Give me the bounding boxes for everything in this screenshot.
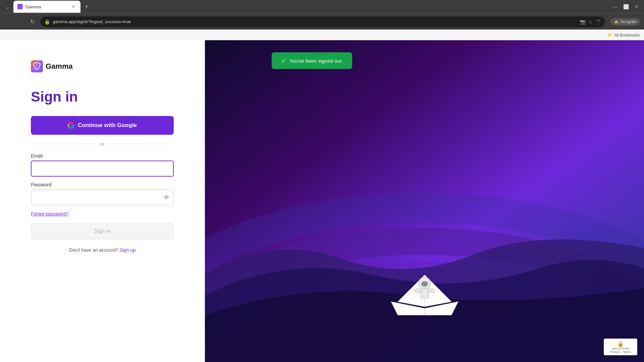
- tab-list-btn[interactable]: ⌄: [3, 2, 12, 11]
- password-label: Password: [31, 182, 174, 187]
- right-panel: [205, 40, 644, 362]
- signin-title: Sign in: [31, 88, 174, 105]
- password-input[interactable]: [31, 189, 174, 205]
- signup-link[interactable]: Sign up: [120, 247, 136, 253]
- email-field-group: Email: [31, 153, 174, 177]
- incognito-label: Incognito: [620, 19, 637, 24]
- svg-rect-16: [415, 289, 421, 292]
- maximize-btn[interactable]: ⬜: [621, 2, 631, 11]
- logo-text: Gamma: [46, 62, 73, 71]
- recaptcha-text: reCAPTCHAPrivacy - Terms: [610, 347, 631, 354]
- divider-text: or: [100, 141, 104, 146]
- lock-icon: 🔒: [44, 19, 50, 24]
- forgot-password-link[interactable]: Forgot password?: [31, 211, 68, 217]
- divider: or: [31, 141, 174, 146]
- svg-rect-17: [429, 289, 435, 292]
- boat-svg: [384, 255, 465, 322]
- url-text: gamma.app/signin?logout_success=true: [53, 19, 577, 24]
- divider-line-left: [31, 144, 96, 144]
- recaptcha-logo: 🔒: [617, 341, 624, 347]
- logo-container: Gamma: [31, 60, 174, 72]
- nav-controls: ← → ↻: [4, 16, 38, 27]
- browser-chrome: ⌄ Gamma ✕ + — ⬜ ✕ ← → ↻ 🔒 gamma.app/sign…: [0, 0, 644, 40]
- close-btn[interactable]: ✕: [632, 2, 641, 11]
- tablet-icon: 📱: [595, 19, 601, 24]
- tab-title: Gamma: [25, 4, 68, 9]
- svg-rect-15: [421, 288, 429, 298]
- toast-check-icon: ✓: [281, 57, 286, 64]
- email-input[interactable]: [31, 161, 174, 177]
- recaptcha-badge: 🔒 reCAPTCHAPrivacy - Terms: [604, 339, 637, 355]
- signin-submit-btn[interactable]: Sign in: [31, 223, 174, 239]
- signup-section: Don't have an account? Sign up: [31, 247, 174, 253]
- google-btn-label: Continue with Google: [78, 122, 137, 129]
- forward-btn[interactable]: →: [15, 16, 26, 27]
- camera-off-icon: 📷: [580, 19, 586, 24]
- url-bar[interactable]: 🔒 gamma.app/signin?logout_success=true 📷…: [40, 16, 605, 27]
- minimize-btn[interactable]: —: [610, 2, 620, 11]
- bookmarks-bar: 📁 All Bookmarks: [0, 29, 644, 40]
- address-bar: ← → ↻ 🔒 gamma.app/signin?logout_success=…: [0, 13, 644, 29]
- browser-right-controls: 🕵 Incognito: [610, 18, 640, 25]
- svg-point-14: [421, 281, 428, 287]
- paper-boat-illustration: [384, 255, 465, 322]
- refresh-btn[interactable]: ↻: [27, 16, 38, 27]
- email-label: Email: [31, 153, 174, 159]
- google-icon: [68, 122, 74, 129]
- wave-container: [205, 40, 644, 362]
- tab-close-btn[interactable]: ✕: [70, 4, 76, 10]
- page-content: ✓ You've been signed out. Gamma: [0, 40, 644, 362]
- all-bookmarks-label: All Bookmarks: [614, 33, 640, 38]
- toast-message: You've been signed out.: [289, 58, 343, 64]
- active-tab[interactable]: Gamma ✕: [13, 1, 80, 13]
- back-btn[interactable]: ←: [4, 16, 15, 27]
- star-icon[interactable]: ☆: [588, 19, 593, 24]
- google-signin-btn[interactable]: Continue with Google: [31, 116, 174, 135]
- password-toggle-btn[interactable]: 👁: [164, 194, 170, 201]
- no-account-text: Don't have an account?: [69, 247, 118, 253]
- eye-icon: 👁: [164, 194, 170, 201]
- incognito-icon: 🕵: [614, 19, 619, 24]
- gamma-logo-icon: [31, 60, 43, 72]
- password-wrapper: 👁: [31, 189, 174, 205]
- bookmarks-folder-icon: 📁: [607, 33, 613, 38]
- new-tab-btn[interactable]: +: [82, 2, 91, 11]
- password-field-group: Password 👁: [31, 182, 174, 205]
- tab-bar: ⌄ Gamma ✕ + — ⬜ ✕: [0, 0, 644, 13]
- divider-line-right: [108, 144, 174, 144]
- left-panel: Gamma Sign in Continue with Google or Em…: [0, 40, 205, 362]
- url-icons: 📷 ☆ 📱: [580, 19, 601, 24]
- tab-favicon: [17, 4, 23, 9]
- incognito-badge: 🕵 Incognito: [610, 18, 640, 25]
- toast-notification: ✓ You've been signed out.: [272, 52, 352, 69]
- tab-bar-left: ⌄: [3, 2, 12, 11]
